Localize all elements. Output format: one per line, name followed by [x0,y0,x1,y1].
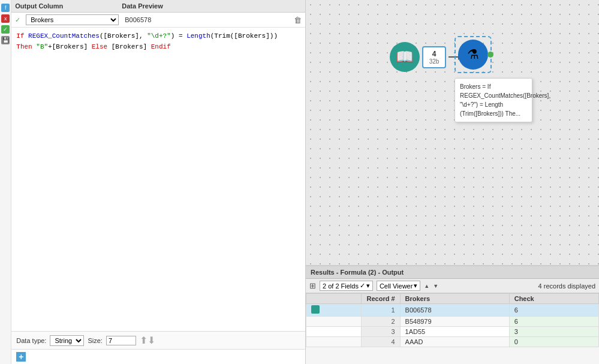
col-header-indicator [306,294,362,304]
node-count-box: 4 32b [422,46,446,68]
table-row[interactable]: 2 B548979 6 [306,317,599,327]
book-icon: 📖 [396,49,414,65]
row-check: 3 [509,327,598,337]
results-panel: Results - Formula (2) - Output ⊞ 2 of 2 … [306,265,599,364]
else-val: [Brokers] [112,43,151,50]
row-indicator [306,327,362,337]
column-header-row: Output Column Data Preview [11,0,305,13]
formula-node[interactable]: ⚗ [454,36,492,73]
save-tool-icon[interactable]: 💾 [1,36,10,44]
row-check-icon: ✓ [15,16,23,24]
table-row[interactable]: 3 1AD55 3 [306,327,599,337]
else-keyword: Else [92,43,112,50]
row-check: 6 [509,317,598,327]
table-header-row: Record # Brokers Check [306,294,599,304]
row-indicator [306,317,362,327]
viewer-chevron-icon: ▾ [414,282,417,290]
x-tool-icon[interactable]: x [1,14,10,23]
row-indicator [306,337,362,347]
fields-chevron-icon: ▾ [366,282,370,290]
check-tool-icon[interactable]: ✓ [1,25,10,34]
size-stepper[interactable]: ⬆⬇ [140,335,155,346]
regex-func: REGEX_CountMatches [28,32,100,40]
formula-tooltip: Brokers = If REGEX_CountMatches([Brokers… [454,78,532,122]
then-keyword: Then [16,43,36,50]
col-header-record: Record # [362,294,400,304]
flask-icon: ⚗ [467,47,479,62]
row-record-num: 2 [362,317,400,327]
sort-descending-button[interactable]: ▼ [433,283,438,289]
formula-tool-icon[interactable]: f [1,4,10,12]
fields-check-icon: ✓ [360,282,365,290]
fields-label: 2 of 2 Fields [323,282,359,290]
row-brokers: B006578 [400,304,509,317]
if-keyword: If [16,32,28,40]
row-record-num: 3 [362,327,400,337]
results-table: Record # Brokers Check 1 B006578 6 2 [306,293,599,364]
fields-dropdown[interactable]: 2 of 2 Fields ✓ ▾ [320,281,373,291]
endif-keyword: Endif [151,43,171,50]
formula-line-2: Then "B"+[Brokers] Else [Brokers] Endif [16,42,300,53]
workflow-canvas[interactable]: 📖 4 32b ⚗ Brok [306,0,599,265]
concat-op: +[Brokers] [48,43,92,50]
table-row[interactable]: 1 B006578 6 [306,304,599,317]
viewer-label: Cell Viewer [380,282,413,290]
datatype-select[interactable]: String [50,335,84,346]
func-close: ) = [171,32,186,40]
row-brokers: AAAD [400,337,509,347]
output-column-label: Output Column [15,2,117,10]
results-header: Results - Formula (2) - Output [306,266,599,279]
row-brokers: 1AD55 [400,327,509,337]
sort-ascending-button[interactable]: ▲ [424,283,429,289]
row-check: 0 [509,337,598,347]
formula-editor[interactable]: If REGEX_CountMatches([Brokers], "\d+?")… [11,28,305,331]
results-toolbar: ⊞ 2 of 2 Fields ✓ ▾ Cell Viewer ▾ ▲ ▼ 4 … [306,279,599,293]
viewer-dropdown[interactable]: Cell Viewer ▾ [377,281,420,291]
grid-view-icon[interactable]: ⊞ [309,281,316,290]
records-count: 4 records displayed [538,282,595,290]
func-args: ([Brokers], [100,32,147,40]
tooltip-text: Brokers = If REGEX_CountMatches([Brokers… [460,83,550,117]
row-check: 6 [509,304,598,317]
book-node[interactable]: 📖 4 32b [390,42,463,72]
size-label: Size: [88,337,102,344]
formula-line-1: If REGEX_CountMatches([Brokers], "\d+?")… [16,31,300,42]
data-table: Record # Brokers Check 1 B006578 6 2 [306,293,599,347]
formula-editor-panel: Output Column Data Preview ✓ Brokers B00… [11,0,306,364]
left-panel: f x ✓ 💾 Output Column Data Preview ✓ Bro… [0,0,306,364]
add-field-button[interactable]: + [16,352,26,362]
formula-node-icon: ⚗ [458,40,488,70]
add-field-row: + [11,349,305,364]
row-record-num: 1 [362,304,400,317]
datatype-label: Data type: [16,337,46,344]
row-indicator [306,304,362,317]
sort-down-icon: ▼ [433,283,438,289]
sort-up-icon: ▲ [424,283,429,289]
node-size: 32b [428,58,440,65]
regex-pattern: "\d+?" [147,32,171,40]
col-header-check: Check [509,294,598,304]
active-row-indicator [311,305,320,314]
output-dot [487,52,493,58]
book-node-icon: 📖 [390,42,420,72]
delete-row-button[interactable]: 🗑 [294,16,302,25]
output-column-select[interactable]: Brokers [26,14,119,25]
right-panel: 📖 4 32b ⚗ Brok [306,0,599,364]
col-header-brokers: Brokers [400,294,509,304]
datatype-row: Data type: String Size: ⬆⬇ [11,331,305,349]
trim-args: (Trim([Brokers])) [210,32,278,40]
length-func: Length [186,32,210,40]
left-sidebar-icons: f x ✓ 💾 [0,0,11,364]
output-field-row: ✓ Brokers B006578 🗑 [11,13,305,28]
row-brokers: B548979 [400,317,509,327]
formula-node-selected-border: ⚗ [454,36,492,73]
row-record-num: 4 [362,337,400,347]
preview-value: B006578 [121,16,291,23]
b-string: "B" [36,43,48,50]
table-row[interactable]: 4 AAAD 0 [306,337,599,347]
size-input[interactable] [106,336,136,345]
data-preview-label: Data Preview [122,2,162,10]
node-count: 4 [428,50,440,58]
